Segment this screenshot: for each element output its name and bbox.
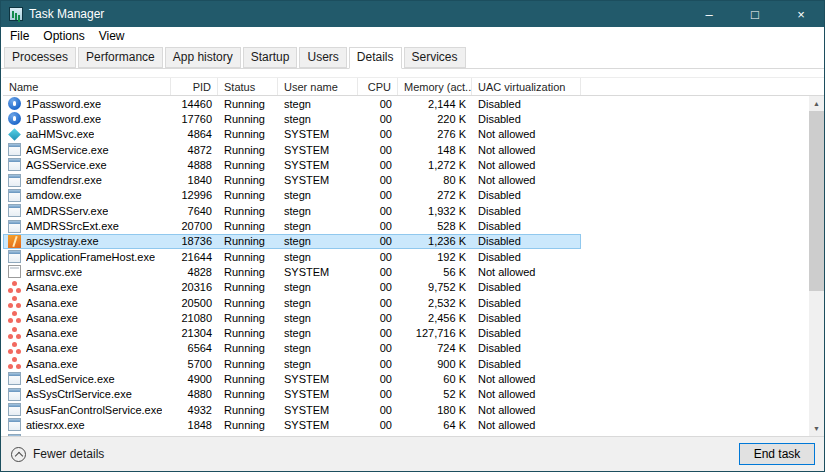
tab-details[interactable]: Details [349, 47, 402, 69]
cell-memory: 56 K [398, 266, 472, 278]
column-header-pid[interactable]: PID [171, 78, 218, 95]
process-row[interactable]: Asana.exe5700Runningstegn00900 KDisabled [3, 356, 581, 371]
tab-app-history[interactable]: App history [165, 47, 241, 68]
maximize-button[interactable]: □ [732, 1, 778, 27]
cell-memory: 2,144 K [398, 98, 472, 110]
process-name: aaHMSvc.exe [26, 128, 94, 140]
menu-options[interactable]: Options [36, 28, 91, 44]
fewer-details-button[interactable]: Fewer details [11, 447, 104, 462]
cell-pid: 20700 [171, 220, 218, 232]
process-row[interactable]: atiesrxx.exe1848RunningSYSTEM0064 KNot a… [3, 417, 581, 432]
scroll-up-icon[interactable]: ▲ [809, 96, 824, 111]
cell-user: stegn [278, 98, 358, 110]
details-pane: NamePIDStatusUser nameCPUMemory (act...U… [1, 69, 824, 436]
process-row[interactable]: Asana.exe6564Runningstegn00724 KDisabled [3, 341, 581, 356]
process-row[interactable]: AsLedService.exe4900RunningSYSTEM0060 KN… [3, 371, 581, 386]
title-bar[interactable]: Task Manager – □ × [1, 1, 824, 27]
cell-cpu: 00 [358, 419, 398, 431]
menu-view[interactable]: View [92, 28, 132, 44]
tab-users[interactable]: Users [299, 47, 346, 68]
tab-performance[interactable]: Performance [78, 47, 163, 68]
cell-pid: 4864 [171, 128, 218, 140]
window-app-icon [8, 220, 21, 233]
close-button[interactable]: × [778, 1, 824, 27]
asana-icon [8, 327, 21, 340]
process-row[interactable]: AsSysCtrlService.exe4880RunningSYSTEM005… [3, 387, 581, 402]
minimize-button[interactable]: – [686, 1, 732, 27]
cell-cpu: 00 [358, 266, 398, 278]
cell-cpu: 00 [358, 98, 398, 110]
cell-memory: 900 K [398, 358, 472, 370]
process-name: AsSysCtrlService.exe [26, 388, 132, 400]
process-row[interactable]: AsusFanControlService.exe4932RunningSYST… [3, 402, 581, 417]
cell-cpu: 00 [358, 342, 398, 354]
column-header-user[interactable]: User name [278, 78, 358, 95]
scroll-down-icon[interactable]: ▼ [809, 421, 824, 436]
cell-name: AsSysCtrlService.exe [3, 388, 171, 401]
process-name: ApplicationFrameHost.exe [26, 251, 155, 263]
cell-name: Asana.exe [3, 357, 171, 370]
cell-name: Asana.exe [3, 327, 171, 340]
cell-pid: 21304 [171, 327, 218, 339]
cell-name: apcsystray.exe [3, 235, 171, 248]
cell-pid: 4872 [171, 144, 218, 156]
process-row[interactable]: atkexComSvc.exe1940RunningSYSTEM00228 KN… [3, 433, 581, 436]
tab-startup[interactable]: Startup [243, 47, 298, 68]
scrollbar-thumb[interactable] [809, 111, 824, 291]
cell-user: stegn [278, 297, 358, 309]
column-header-memory[interactable]: Memory (act... [398, 78, 472, 95]
process-row[interactable]: 1Password.exe14460Runningstegn002,144 KD… [3, 96, 581, 111]
process-row[interactable]: aaHMSvc.exe4864RunningSYSTEM00276 KNot a… [3, 127, 581, 142]
cell-status: Running [218, 404, 278, 416]
window-app-icon [8, 189, 21, 202]
cell-cpu: 00 [358, 235, 398, 247]
end-task-button[interactable]: End task [739, 443, 815, 465]
cell-pid: 1848 [171, 419, 218, 431]
cell-uac: Disabled [472, 358, 581, 370]
process-name: Asana.exe [26, 358, 78, 370]
process-row[interactable]: ApplicationFrameHost.exe21644Runningsteg… [3, 249, 581, 264]
menu-file[interactable]: File [3, 28, 36, 44]
process-row[interactable]: Asana.exe21304Runningstegn00127,716 KDis… [3, 325, 581, 340]
cell-cpu: 00 [358, 404, 398, 416]
cell-user: SYSTEM [278, 174, 358, 186]
cell-status: Running [218, 251, 278, 263]
vertical-scrollbar[interactable]: ▲ ▼ [809, 96, 824, 436]
process-row[interactable]: 1Password.exe17760Runningstegn00220 KDis… [3, 111, 581, 126]
column-header-filler [581, 78, 824, 95]
cell-pid: 6564 [171, 342, 218, 354]
cell-user: SYSTEM [278, 144, 358, 156]
cell-status: Running [218, 342, 278, 354]
process-row[interactable]: amdow.exe12996Runningstegn00272 KDisable… [3, 188, 581, 203]
column-header-uac[interactable]: UAC virtualization [472, 78, 581, 95]
cell-cpu: 00 [358, 159, 398, 171]
cell-user: stegn [278, 342, 358, 354]
column-header-name[interactable]: Name [3, 78, 171, 95]
tab-bar: ProcessesPerformanceApp historyStartupUs… [1, 45, 824, 69]
process-row[interactable]: Asana.exe20500Runningstegn002,532 KDisab… [3, 295, 581, 310]
cell-user: stegn [278, 251, 358, 263]
cell-user: SYSTEM [278, 419, 358, 431]
cell-memory: 220 K [398, 113, 472, 125]
column-header-status[interactable]: Status [218, 78, 278, 95]
process-row[interactable]: AMDRSServ.exe7640Runningstegn001,932 KDi… [3, 203, 581, 218]
process-row[interactable]: armsvc.exe4828RunningSYSTEM0056 KNot all… [3, 264, 581, 279]
cell-uac: Disabled [472, 297, 581, 309]
process-row[interactable]: amdfendrsr.exe1840RunningSYSTEM0080 KNot… [3, 172, 581, 187]
tab-services[interactable]: Services [404, 47, 466, 68]
process-row[interactable]: AMDRSSrcExt.exe20700Runningstegn00528 KD… [3, 218, 581, 233]
cell-user: stegn [278, 205, 358, 217]
cell-uac: Not allowed [472, 128, 581, 140]
cell-status: Running [218, 297, 278, 309]
column-header-cpu[interactable]: CPU [358, 78, 398, 95]
fewer-details-label: Fewer details [33, 447, 104, 461]
cell-status: Running [218, 235, 278, 247]
process-row[interactable]: AGSService.exe4888RunningSYSTEM001,272 K… [3, 157, 581, 172]
process-row[interactable]: AGMService.exe4872RunningSYSTEM00148 KNo… [3, 142, 581, 157]
cell-status: Running [218, 266, 278, 278]
process-row[interactable]: apcsystray.exe18736Runningstegn001,236 K… [3, 234, 581, 249]
tab-processes[interactable]: Processes [4, 47, 76, 68]
process-row[interactable]: Asana.exe20316Runningstegn009,752 KDisab… [3, 280, 581, 295]
cell-uac: Disabled [472, 235, 581, 247]
process-row[interactable]: Asana.exe21080Runningstegn002,456 KDisab… [3, 310, 581, 325]
